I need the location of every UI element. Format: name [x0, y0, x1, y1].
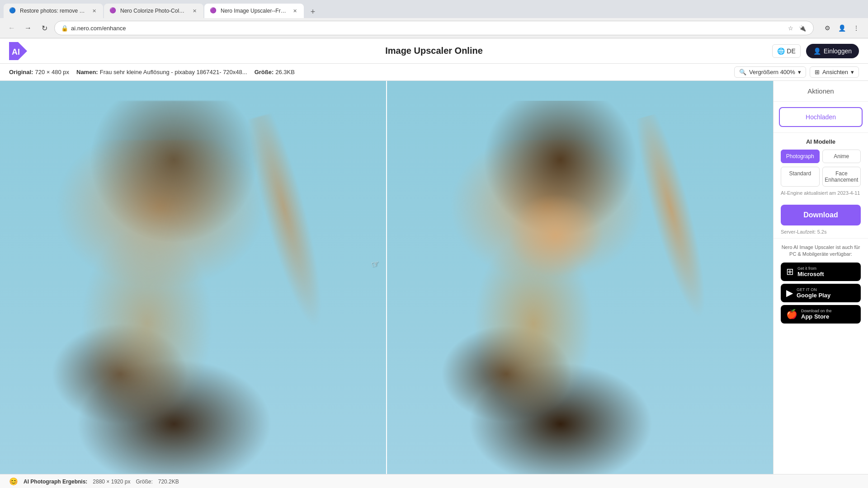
header-actions: 🌐 DE 👤 Einloggen: [772, 44, 859, 58]
upload-button[interactable]: Hochladen: [779, 107, 863, 127]
google-play-icon: ▶: [786, 287, 793, 298]
address-bar-icons: ☆ 🔌: [786, 23, 807, 33]
server-time: Server-Laufzeit: 5.2s: [774, 229, 868, 238]
ai-models-title: AI Modelle: [781, 138, 861, 145]
app-store-bottom: App Store: [801, 313, 832, 320]
microsoft-store-text: Get it from Microsoft: [797, 266, 824, 277]
view-label: Ansichten: [822, 69, 848, 75]
app-store-text: Download on the App Store: [801, 309, 832, 320]
tab-1-title: Restore photos: remove scratch...: [20, 8, 87, 14]
nav-bar: ← → ↻ 🔒 ai.nero.com/enhance ☆ 🔌 ⚙ 👤 ⋮: [0, 18, 868, 38]
extensions-button[interactable]: ⚙: [821, 22, 834, 34]
new-tab-button[interactable]: +: [307, 5, 319, 18]
reload-button[interactable]: ↻: [38, 22, 51, 34]
size-value: 26.3KB: [275, 69, 295, 75]
microsoft-store-bottom: Microsoft: [797, 271, 824, 277]
login-label: Einloggen: [824, 47, 852, 55]
face-enhancement-button[interactable]: Face Enhancement: [822, 167, 861, 187]
user-icon: 👤: [813, 47, 821, 55]
size-label: Größe:: [255, 69, 274, 75]
main-content: ☞ Aktionen Hochladen AI Modelle Photogra…: [0, 81, 868, 474]
lang-label: DE: [787, 47, 795, 55]
microsoft-store-top: Get it from: [797, 266, 824, 271]
status-bar: 😊 AI Photograph Ergebnis: 2880 × 1920 px…: [0, 474, 868, 488]
standard-button[interactable]: Standard: [781, 167, 820, 187]
logo[interactable]: AI: [9, 42, 27, 60]
app-store-button[interactable]: 🍎 Download on the App Store: [781, 305, 861, 324]
view-icon: ⊞: [815, 69, 820, 75]
original-image: [0, 81, 387, 474]
quality-buttons: Standard Face Enhancement: [781, 167, 861, 187]
tab-1[interactable]: 🔵 Restore photos: remove scratch... ✕: [4, 4, 103, 18]
address-lock-icon: 🔒: [61, 25, 68, 32]
original-size-item: Original: 720 × 480 px: [9, 69, 69, 75]
tab-3-title: Nero Image Upscaler--Free Phot...: [221, 8, 288, 14]
image-divider: [386, 81, 387, 474]
bookmark-icon[interactable]: ☆: [786, 23, 795, 33]
download-button[interactable]: Download: [781, 205, 861, 225]
tab-3-favicon: 🟣: [210, 7, 217, 14]
globe-icon: 🌐: [777, 47, 785, 55]
image-area[interactable]: ☞: [0, 81, 773, 474]
tab-2-title: Nero Colorize Photo-Colorize Yo...: [120, 8, 187, 14]
status-emoji: 😊: [9, 477, 18, 486]
name-label: Namen:: [76, 69, 98, 75]
tab-bar: 🔵 Restore photos: remove scratch... ✕ 🟣 …: [0, 0, 868, 18]
microsoft-store-button[interactable]: ⊞ Get it from Microsoft: [781, 263, 861, 281]
language-button[interactable]: 🌐 DE: [772, 44, 800, 58]
tab-3[interactable]: 🟣 Nero Image Upscaler--Free Phot... ✕: [204, 4, 304, 18]
back-button[interactable]: ←: [5, 22, 18, 34]
logo-icon: AI: [9, 42, 27, 60]
original-label: Original:: [9, 69, 33, 75]
browser-actions: ⚙ 👤 ⋮: [821, 22, 863, 34]
google-play-top: GET IT ON: [797, 287, 830, 292]
app-promo-text: Nero AI Image Upscaler ist auch für PC &…: [781, 244, 861, 258]
anime-model-button[interactable]: Anime: [822, 150, 861, 163]
address-bar[interactable]: 🔒 ai.nero.com/enhance ☆ 🔌: [54, 21, 814, 35]
tab-3-close[interactable]: ✕: [291, 7, 298, 14]
zoom-chevron-icon: ▾: [798, 69, 801, 75]
tab-1-close[interactable]: ✕: [90, 7, 98, 14]
result-size-value: 720.2KB: [158, 479, 179, 485]
ai-engine-note: AI-Engine aktualisiert am 2023-4-11: [781, 190, 861, 196]
name-value: Frau sehr kleine Auflösung - pixabay 186…: [100, 69, 247, 75]
profile-button[interactable]: 👤: [835, 22, 848, 34]
zoom-icon: 🔍: [739, 69, 746, 75]
apple-icon: 🍎: [786, 309, 797, 319]
browser-chrome: 🔵 Restore photos: remove scratch... ✕ 🟣 …: [0, 0, 868, 38]
menu-button[interactable]: ⋮: [850, 22, 863, 34]
result-size-label: Größe:: [136, 479, 152, 485]
tab-1-favicon: 🔵: [9, 7, 16, 14]
svg-text:AI: AI: [12, 47, 20, 56]
result-label: AI Photograph Ergebnis:: [24, 479, 87, 485]
filename-item: Namen: Frau sehr kleine Auflösung - pixa…: [76, 69, 247, 75]
upscaled-photo-bg: [387, 81, 773, 474]
forward-button[interactable]: →: [22, 22, 34, 34]
tab-2-close[interactable]: ✕: [191, 7, 198, 14]
address-text[interactable]: ai.nero.com/enhance: [71, 25, 126, 32]
login-button[interactable]: 👤 Einloggen: [806, 44, 859, 58]
google-play-bottom: Google Play: [797, 292, 830, 299]
image-container: ☞: [0, 81, 773, 474]
zoom-button[interactable]: 🔍 Vergrößern 400% ▾: [734, 66, 806, 78]
filesize-item: Größe: 26.3KB: [255, 69, 295, 75]
microsoft-icon: ⊞: [786, 266, 794, 277]
google-play-button[interactable]: ▶ GET IT ON Google Play: [781, 284, 861, 302]
app: AI Image Upscaler Online 🌐 DE 👤 Einlogge…: [0, 38, 868, 488]
tab-2[interactable]: 🟣 Nero Colorize Photo-Colorize Yo... ✕: [104, 4, 203, 18]
view-button[interactable]: ⊞ Ansichten ▾: [810, 66, 859, 78]
upscaled-image: ☞: [387, 81, 773, 474]
original-value: 720 × 480 px: [35, 69, 69, 75]
model-type-buttons: Photograph Anime: [781, 150, 861, 163]
result-dimensions: 2880 × 1920 px: [93, 479, 130, 485]
app-promo-section: Nero AI Image Upscaler ist auch für PC &…: [774, 238, 868, 332]
photograph-model-button[interactable]: Photograph: [781, 150, 820, 163]
view-chevron-icon: ▾: [851, 69, 854, 75]
app-store-top: Download on the: [801, 309, 832, 313]
panel-header: Aktionen: [774, 81, 868, 102]
page-title: Image Upscaler Online: [385, 46, 483, 56]
original-photo-bg: [0, 81, 387, 474]
toolbar: Original: 720 × 480 px Namen: Frau sehr …: [0, 64, 868, 81]
extension-icon[interactable]: 🔌: [798, 23, 807, 33]
tab-2-favicon: 🟣: [109, 7, 117, 14]
